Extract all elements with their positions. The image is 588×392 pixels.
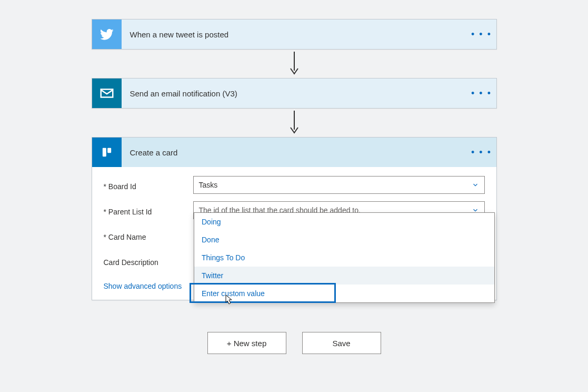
card-desc-label: Card Description [104, 255, 193, 267]
dropdown-option[interactable]: Things To Do [194, 249, 494, 267]
dropdown-option[interactable]: Doing [194, 213, 494, 231]
board-id-label: * Board Id [104, 179, 193, 191]
board-id-select[interactable]: Tasks [193, 176, 485, 194]
trigger-menu-icon[interactable]: • • • [467, 29, 496, 40]
connector-arrow [0, 50, 588, 78]
parent-list-label: * Parent List Id [104, 204, 193, 216]
trello-title: Create a card [122, 148, 467, 157]
chevron-down-icon [472, 181, 479, 189]
trigger-title: When a new tweet is posted [122, 30, 467, 39]
trello-icon [92, 138, 122, 167]
show-advanced-link[interactable]: Show advanced options [104, 282, 182, 290]
dropdown-option[interactable]: Done [194, 231, 494, 249]
parent-list-dropdown[interactable]: DoingDoneThings To DoTwitterEnter custom… [194, 212, 495, 303]
mail-icon [92, 79, 122, 108]
dropdown-option[interactable]: Twitter [194, 267, 494, 285]
svg-rect-5 [107, 148, 111, 153]
bottom-actions: + New step Save [0, 332, 588, 354]
board-id-value: Tasks [199, 181, 218, 189]
card-name-label: * Card Name [104, 230, 193, 241]
email-header[interactable]: Send an email notification (V3) • • • [92, 79, 496, 108]
trigger-header[interactable]: When a new tweet is posted • • • [92, 19, 496, 49]
trigger-card[interactable]: When a new tweet is posted • • • [92, 19, 497, 50]
cursor-icon [225, 294, 234, 306]
new-step-button[interactable]: + New step [207, 332, 286, 354]
email-menu-icon[interactable]: • • • [467, 88, 496, 99]
email-title: Send an email notification (V3) [122, 89, 467, 98]
connector-arrow [0, 109, 588, 137]
dropdown-option[interactable]: Enter custom value [194, 285, 494, 302]
svg-rect-4 [102, 148, 106, 156]
save-button[interactable]: Save [302, 332, 381, 354]
trello-menu-icon[interactable]: • • • [467, 147, 496, 158]
board-id-row: * Board Id Tasks [104, 174, 485, 195]
svg-rect-3 [101, 146, 113, 158]
email-action-card[interactable]: Send an email notification (V3) • • • [92, 78, 497, 109]
trello-header[interactable]: Create a card • • • [92, 138, 496, 167]
twitter-icon [92, 19, 122, 49]
